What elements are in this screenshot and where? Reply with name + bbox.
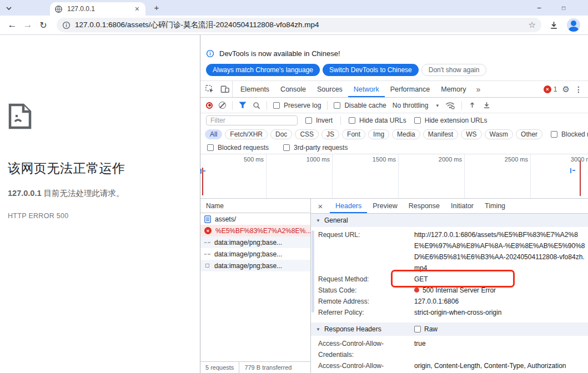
tab-memory[interactable]: Memory [435, 81, 471, 97]
third-party-requests-checkbox[interactable]: 3rd-party requests [283, 144, 348, 152]
tab-elements[interactable]: Elements [235, 81, 275, 97]
device-toolbar-icon[interactable] [220, 84, 230, 94]
general-section-body: Request URL:http://127.0.0.1:6806/assets… [311, 227, 588, 321]
page-info-icon[interactable] [62, 21, 71, 29]
record-network-log-button[interactable] [206, 102, 213, 109]
tab-response[interactable]: Response [403, 199, 445, 213]
chip-doc[interactable]: Doc [270, 129, 292, 139]
content-area: 该网页无法正常运作 127.0.0.1 目前无法处理此请求。 HTTP ERRO… [0, 35, 588, 373]
throttling-dropdown[interactable]: No throttling▾ [393, 102, 439, 109]
more-tabs-icon[interactable]: » [471, 81, 485, 97]
address-bar[interactable]: 127.0.0.1:6806/assets/心碎门诊-莫名流泪-20240504… [57, 18, 541, 32]
search-icon[interactable] [253, 102, 260, 109]
import-har-icon[interactable] [468, 101, 476, 109]
switch-to-chinese-button[interactable]: Switch DevTools to Chinese [323, 64, 419, 76]
chip-img[interactable]: Img [368, 129, 389, 139]
response-headers-section-header[interactable]: ▼ Response Headers Raw [311, 322, 588, 336]
tab-preview[interactable]: Preview [367, 199, 403, 213]
details-scrollbar[interactable] [311, 230, 314, 312]
tab-search-chevron-icon[interactable] [4, 4, 13, 13]
tab-headers[interactable]: Headers [330, 199, 367, 213]
dont-show-again-button[interactable]: Don't show again [421, 64, 487, 76]
request-method-label: Request Method: [318, 274, 414, 285]
devtools-menu-icon[interactable]: ⋮ [575, 85, 582, 94]
tab-initiator[interactable]: Initiator [445, 199, 479, 213]
chip-all[interactable]: All [205, 129, 222, 139]
clear-network-log-button[interactable] [219, 102, 226, 109]
back-button[interactable]: ← [4, 17, 20, 33]
raw-headers-checkbox[interactable]: Raw [414, 325, 438, 333]
load-event-marker [202, 168, 203, 195]
tab-performance[interactable]: Performance [385, 81, 436, 97]
referrer-policy-label: Referrer Policy: [318, 307, 414, 318]
hide-extension-urls-checkbox[interactable]: Hide extension URLs [414, 117, 488, 124]
request-row-data-url[interactable]: data:image/png;base... [200, 236, 310, 248]
inspect-element-icon[interactable] [205, 84, 214, 94]
hide-data-urls-checkbox[interactable]: Hide data URLs [349, 117, 406, 124]
chip-manifest[interactable]: Manifest [423, 129, 458, 139]
chip-fetch-xhr[interactable]: Fetch/XHR [225, 129, 268, 139]
network-conditions-icon[interactable] [445, 101, 455, 109]
error-host: 127.0.0.1 [8, 189, 41, 198]
tab-console[interactable]: Console [275, 81, 311, 97]
network-toolbar: Preserve log Disable cache No throttling… [200, 98, 588, 113]
resource-square-icon [205, 264, 209, 268]
profile-avatar[interactable] [567, 18, 580, 32]
window-minimize-button[interactable]: – [528, 0, 550, 16]
filter-funnel-icon[interactable] [239, 102, 247, 109]
chip-wasm[interactable]: Wasm [485, 129, 514, 139]
tab-network[interactable]: Network [348, 81, 385, 97]
bookmark-star-icon[interactable]: ☆ [529, 20, 536, 30]
window-maximize-button[interactable]: □ [552, 0, 575, 16]
chip-font[interactable]: Font [342, 129, 365, 139]
downloads-icon[interactable] [546, 21, 561, 30]
network-main-area: Name assets/ × %E5%BF%83%E7%A2%8E%... da… [200, 199, 588, 373]
chip-media[interactable]: Media [392, 129, 420, 139]
chip-ws[interactable]: WS [461, 129, 481, 139]
general-section-header[interactable]: ▼ General [311, 214, 588, 227]
filter-input[interactable] [206, 115, 298, 125]
browser-tab[interactable]: 127.0.0.1 × [50, 2, 145, 16]
sad-file-icon [8, 103, 187, 132]
data-url-icon [204, 254, 210, 255]
remote-address-label: Remote Address: [318, 296, 414, 307]
settings-gear-icon[interactable]: ⚙ [562, 84, 570, 94]
info-icon [206, 49, 214, 58]
request-list: Name assets/ × %E5%BF%83%E7%A2%8E%... da… [200, 199, 310, 373]
error-count-badge[interactable]: ×1 [544, 85, 557, 93]
blocked-response-cookies-checkbox[interactable]: Blocked response cookies [551, 130, 588, 138]
chip-js[interactable]: JS [321, 129, 339, 139]
disable-cache-checkbox[interactable]: Disable cache [334, 102, 386, 109]
tab-timing[interactable]: Timing [479, 199, 511, 213]
tab-close-icon[interactable]: × [133, 4, 141, 13]
remote-address-value: 127.0.0.1:6806 [414, 296, 588, 307]
request-row-assets[interactable]: assets/ [200, 213, 310, 225]
reload-button[interactable]: ↻ [36, 17, 51, 33]
request-row-data-url[interactable]: data:image/png;base... [200, 248, 310, 260]
invert-checkbox[interactable]: Invert [305, 117, 333, 124]
preserve-log-checkbox[interactable]: Preserve log [273, 102, 321, 109]
header-name: Access-Control-Allow-Headers: [318, 360, 414, 373]
network-filter-row: Invert Hide data URLs Hide extension URL… [200, 113, 588, 127]
chip-css[interactable]: CSS [295, 129, 319, 139]
close-details-icon[interactable]: × [311, 199, 330, 213]
details-tabbar: × Headers Preview Response Initiator Tim… [311, 199, 588, 214]
match-language-button[interactable]: Always match Chrome's language [206, 64, 320, 76]
new-tab-button[interactable]: + [151, 3, 162, 12]
url-text[interactable]: 127.0.0.1:6806/assets/心碎门诊-莫名流泪-20240504… [75, 20, 524, 30]
header-name: Access-Control-Allow-Credentials: [318, 338, 414, 360]
tab-sources[interactable]: Sources [311, 81, 348, 97]
request-row-data-url[interactable]: data:image/png;base... [200, 260, 310, 271]
blocked-requests-checkbox[interactable]: Blocked requests [207, 144, 269, 152]
error-message-text: 目前无法处理此请求。 [41, 189, 124, 198]
forward-button[interactable]: → [20, 17, 36, 33]
network-overview-timeline[interactable]: 500 ms 1000 ms 1500 ms 2000 ms 2500 ms 3… [200, 154, 588, 199]
name-column-header[interactable]: Name [200, 199, 310, 213]
chip-other[interactable]: Other [516, 129, 542, 139]
domcontentloaded-marker [200, 169, 202, 174]
export-har-icon[interactable] [483, 101, 491, 109]
error-message: 127.0.0.1 目前无法处理此请求。 [8, 188, 187, 199]
timeline-tick: 500 ms [200, 154, 267, 198]
globe-favicon-icon [54, 5, 63, 13]
request-row-error-selected[interactable]: × %E5%BF%83%E7%A2%8E%... [200, 225, 310, 236]
